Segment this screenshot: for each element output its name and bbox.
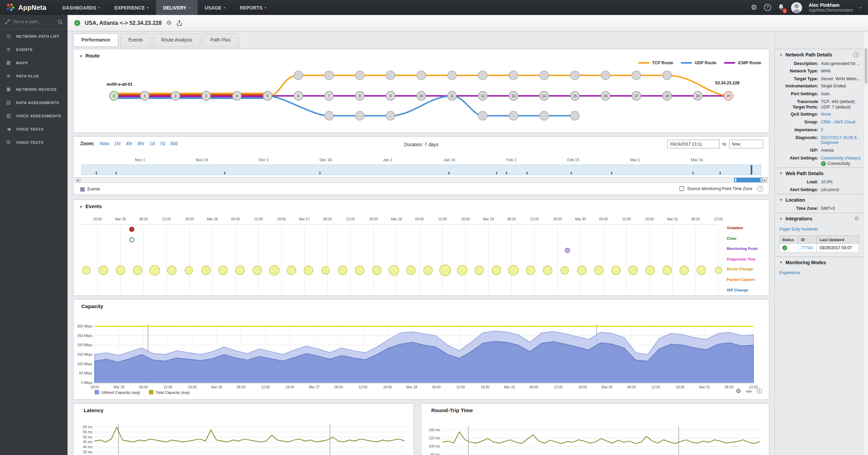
route-change-event[interactable]	[439, 265, 451, 276]
nav-menu-experience[interactable]: EXPERIENCE▾	[107, 0, 156, 15]
route-change-event[interactable]	[663, 266, 672, 275]
route-hop[interactable]	[632, 71, 641, 80]
zoom-option-now[interactable]: Now	[100, 141, 109, 146]
tab-events[interactable]: Events	[120, 33, 151, 47]
zoom-option-1d[interactable]: 1d	[150, 141, 155, 146]
route-change-event[interactable]	[253, 266, 262, 275]
help-icon[interactable]: ?	[853, 51, 859, 57]
route-hop[interactable]	[601, 71, 610, 80]
embed-code-icon[interactable]: </>	[746, 389, 751, 393]
route-change-event[interactable]	[475, 266, 484, 275]
route-change-event[interactable]	[355, 266, 364, 275]
route-change-event[interactable]	[577, 266, 586, 275]
events-legend-violation[interactable]: Violation	[727, 226, 743, 230]
route-change-event[interactable]	[219, 266, 227, 275]
table-link-cell[interactable]: 77743	[799, 243, 817, 252]
info-icon[interactable]: ⓘ	[757, 387, 762, 395]
route-change-event[interactable]	[236, 266, 244, 275]
route-change-event[interactable]	[508, 265, 518, 275]
zoom-option-8hr[interactable]: 8hr	[138, 141, 144, 146]
sidebar-item-video-tests[interactable]: ⊞VIDEO TESTS	[0, 136, 68, 149]
detail-link[interactable]: Diagnose	[821, 140, 862, 146]
tab-performance[interactable]: Performance	[73, 33, 119, 47]
brand[interactable]: AppNeta	[0, 3, 55, 12]
gear-icon[interactable]: ⚙	[854, 215, 859, 221]
events-legend-isp-change[interactable]: ISP Change	[727, 288, 748, 291]
route-hop[interactable]	[509, 71, 518, 80]
route-change-event[interactable]	[167, 266, 176, 275]
violation-event[interactable]	[129, 227, 134, 232]
events-legend-diagnostic-test[interactable]: Diagnostic Test	[727, 257, 756, 260]
route-change-event[interactable]	[338, 266, 347, 275]
section-header[interactable]: ▼Web Path Details	[775, 167, 864, 179]
route-hop[interactable]	[478, 71, 487, 80]
detail-link[interactable]: 5	[821, 127, 862, 133]
from-date-input[interactable]	[667, 139, 720, 148]
timezone-checkbox[interactable]	[679, 186, 684, 191]
route-hop[interactable]	[509, 111, 518, 120]
share-icon[interactable]	[176, 20, 183, 27]
route-hop[interactable]	[540, 71, 549, 80]
detail-link[interactable]: 02/27/2017 15:05 E...	[821, 135, 862, 140]
route-change-event[interactable]	[304, 266, 313, 275]
detail-link[interactable]: None	[821, 112, 862, 117]
route-change-event[interactable]	[457, 265, 467, 275]
panel-link-experience[interactable]: Experience	[775, 268, 864, 276]
route-hop[interactable]	[325, 71, 333, 80]
timeline-slider-track[interactable]	[80, 177, 762, 183]
detail-link[interactable]: CRM - AWS Cloud	[821, 120, 862, 125]
section-header[interactable]: ▼Network Path Details?	[775, 49, 864, 60]
scrollbar-thumb[interactable]	[865, 48, 867, 84]
help-icon[interactable]: ?	[757, 186, 763, 192]
route-change-event[interactable]	[269, 265, 279, 275]
sidebar-item-voice-tests[interactable]: ◀VOICE TESTS	[0, 122, 68, 136]
path-search[interactable]: Go to a path...	[0, 15, 68, 29]
route-hop[interactable]	[355, 111, 364, 120]
to-date-input[interactable]	[729, 139, 763, 148]
route-change-event[interactable]	[492, 266, 501, 275]
path-settings-gear-icon[interactable]: ⚙	[166, 19, 172, 27]
route-change-event[interactable]	[99, 266, 108, 275]
timeline-slider-range[interactable]	[734, 178, 763, 182]
route-hop[interactable]	[325, 111, 333, 120]
route-panel-header[interactable]: ▼ Route	[79, 53, 100, 58]
route-hop[interactable]	[386, 111, 395, 120]
sidebar-item-events[interactable]: ⊚EVENTS	[0, 43, 68, 56]
route-change-event[interactable]	[116, 266, 125, 275]
route-change-event[interactable]	[389, 265, 399, 275]
events-legend-route-change[interactable]: Route Change	[727, 267, 753, 271]
route-change-event[interactable]	[406, 266, 415, 275]
nav-menu-dashboards[interactable]: DASHBOARDS▾	[55, 0, 107, 15]
sidebar-item-network-path-list[interactable]: ◎NETWORK PATH LIST	[0, 29, 68, 43]
avatar[interactable]	[791, 2, 802, 13]
events-legend-packet-capture[interactable]: Packet Capture	[727, 277, 755, 281]
route-change-event[interactable]	[715, 267, 722, 274]
route-hop[interactable]	[540, 111, 549, 120]
route-change-event[interactable]	[133, 266, 142, 275]
notifications-bell-icon[interactable]: 2	[778, 3, 784, 12]
route-change-event[interactable]	[646, 266, 655, 275]
route-change-event[interactable]	[697, 266, 706, 275]
zoom-option-30d[interactable]: 30d	[170, 141, 178, 146]
route-change-event[interactable]	[372, 266, 381, 275]
detail-link[interactable]: Connectivity (Always)	[821, 155, 862, 161]
events-legend-clear[interactable]: Clear	[727, 236, 737, 240]
route-change-event[interactable]	[629, 266, 638, 275]
route-hop[interactable]	[448, 71, 456, 80]
route-change-event[interactable]	[287, 266, 296, 275]
route-change-event[interactable]	[322, 266, 329, 274]
route-hop[interactable]	[355, 71, 364, 80]
monitoring-point-event[interactable]	[565, 248, 570, 253]
route-hop[interactable]	[663, 71, 672, 80]
sidebar-item-data-assessments[interactable]: ▤DATA ASSESSMENTS	[0, 96, 68, 109]
tab-route-analysis[interactable]: Route Analysis	[153, 33, 200, 47]
gear-icon[interactable]: ⚙	[751, 4, 757, 11]
route-change-event[interactable]	[150, 265, 159, 275]
sidebar-item-voice-assessments[interactable]: ▥VOICE ASSESSMENTS	[0, 109, 68, 122]
clear-event[interactable]	[129, 238, 134, 242]
chevron-down-icon[interactable]: ▾	[860, 5, 862, 9]
route-hop[interactable]	[294, 71, 303, 80]
route-change-event[interactable]	[83, 266, 90, 274]
sidebar-item-maps[interactable]: ▦MAPS	[0, 56, 68, 69]
slider-right-arrow[interactable]: ▶	[762, 177, 768, 183]
